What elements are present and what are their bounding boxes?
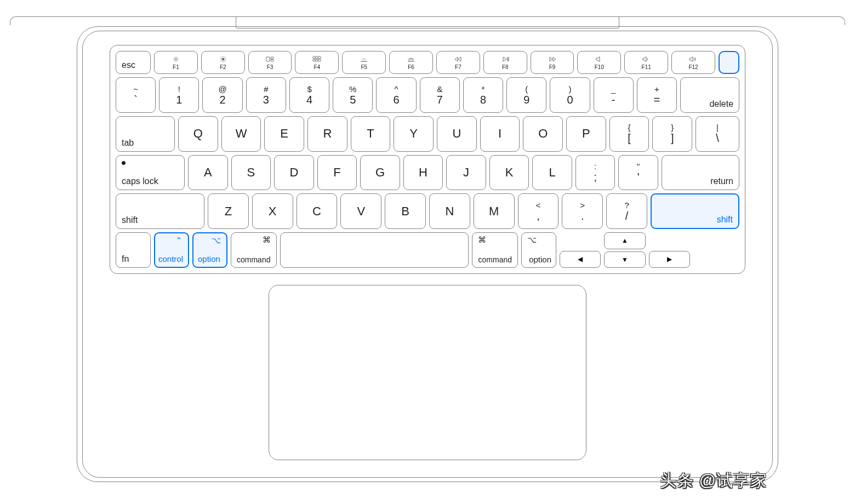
f9-key[interactable]: F9	[531, 51, 574, 74]
o-key[interactable]: O	[523, 116, 563, 152]
c-key[interactable]: C	[297, 193, 338, 229]
4-key[interactable]: $4	[289, 77, 329, 113]
f1-key[interactable]: F1	[154, 51, 198, 74]
9-key[interactable]: (9	[506, 77, 546, 113]
grave-key[interactable]: ~`	[116, 77, 156, 113]
f6-key[interactable]: F6	[389, 51, 433, 74]
command-icon: ⌘	[263, 235, 271, 245]
backslash-key[interactable]: |\	[696, 116, 739, 152]
quote-key[interactable]: "'	[618, 155, 658, 191]
esc-key[interactable]: esc	[116, 51, 151, 74]
option-icon: ⌥	[212, 236, 221, 245]
comma-key[interactable]: <,	[518, 193, 559, 229]
control-key[interactable]: ⌃control	[154, 232, 189, 268]
qwerty-row: tab Q W E R T Y U I O P {[ }] |\	[116, 116, 739, 152]
function-row: esc F1 F2 F3 F4 F5 F6 F7 F8 F9 F10 F11 F…	[116, 51, 739, 74]
capslock-key[interactable]: caps lock	[116, 155, 185, 191]
mission-control-icon	[266, 55, 275, 63]
f4-key[interactable]: F4	[295, 51, 339, 74]
t-key[interactable]: T	[351, 116, 391, 152]
6-key[interactable]: ^6	[376, 77, 416, 113]
a-key[interactable]: A	[188, 155, 228, 191]
home-row: caps lock A S D F G H J K L :; "' return	[116, 155, 739, 191]
delete-key[interactable]: delete	[680, 77, 739, 113]
m-key[interactable]: M	[474, 193, 515, 229]
right-option-key[interactable]: ⌥option	[521, 232, 556, 268]
touchid-key[interactable]	[719, 51, 739, 74]
w-key[interactable]: W	[221, 116, 261, 152]
number-row: ~` !1 @2 #3 $4 %5 ^6 &7 *8 (9 )0 _- += d…	[116, 77, 739, 113]
right-shift-key[interactable]: shift	[651, 193, 739, 229]
space-key[interactable]	[280, 232, 469, 268]
q-key[interactable]: Q	[178, 116, 218, 152]
forward-icon	[548, 55, 557, 63]
s-key[interactable]: S	[231, 155, 271, 191]
left-command-key[interactable]: ⌘command	[231, 232, 277, 268]
control-icon: ⌃	[175, 236, 183, 245]
left-shift-key[interactable]: shift	[116, 193, 204, 229]
down-arrow-key[interactable]: ▼	[604, 251, 645, 268]
play-pause-icon	[501, 55, 510, 63]
3-key[interactable]: #3	[246, 77, 286, 113]
8-key[interactable]: *8	[463, 77, 503, 113]
option-icon: ⌥	[527, 235, 537, 245]
watermark-text: 头条 @试享家	[660, 469, 767, 492]
command-icon: ⌘	[478, 235, 486, 245]
n-key[interactable]: N	[429, 193, 470, 229]
f-key[interactable]: F	[317, 155, 357, 191]
left-arrow-key[interactable]: ◀	[560, 251, 601, 268]
d-key[interactable]: D	[274, 155, 314, 191]
mute-icon	[595, 55, 603, 63]
left-option-key[interactable]: ⌥option	[192, 232, 227, 268]
trackpad[interactable]	[269, 285, 586, 460]
p-key[interactable]: P	[566, 116, 606, 152]
f10-key[interactable]: F10	[577, 51, 621, 74]
2-key[interactable]: @2	[202, 77, 242, 113]
i-key[interactable]: I	[480, 116, 520, 152]
keyboard-deck: esc F1 F2 F3 F4 F5 F6 F7 F8 F9 F10 F11 F…	[110, 45, 745, 274]
rewind-icon	[454, 55, 463, 63]
l-key[interactable]: L	[532, 155, 572, 191]
5-key[interactable]: %5	[333, 77, 373, 113]
k-key[interactable]: K	[489, 155, 529, 191]
tab-key[interactable]: tab	[116, 116, 175, 152]
bottom-row: fn ⌃control ⌥option ⌘command ⌘command ⌥o…	[116, 232, 739, 268]
volume-down-icon	[642, 55, 651, 63]
minus-key[interactable]: _-	[594, 77, 634, 113]
f5-key[interactable]: F5	[342, 51, 386, 74]
u-key[interactable]: U	[437, 116, 477, 152]
rbracket-key[interactable]: }]	[652, 116, 692, 152]
return-key[interactable]: return	[662, 155, 739, 191]
keyboard-bright-icon	[407, 55, 415, 63]
x-key[interactable]: X	[252, 193, 293, 229]
7-key[interactable]: &7	[420, 77, 460, 113]
j-key[interactable]: J	[446, 155, 486, 191]
f2-key[interactable]: F2	[201, 51, 245, 74]
y-key[interactable]: Y	[394, 116, 434, 152]
fn-key[interactable]: fn	[116, 232, 151, 268]
equals-key[interactable]: +=	[637, 77, 677, 113]
e-key[interactable]: E	[264, 116, 304, 152]
lbracket-key[interactable]: {[	[609, 116, 649, 152]
f3-key[interactable]: F3	[248, 51, 292, 74]
right-command-key[interactable]: ⌘command	[472, 232, 518, 268]
f11-key[interactable]: F11	[624, 51, 668, 74]
z-key[interactable]: Z	[208, 193, 249, 229]
0-key[interactable]: )0	[550, 77, 590, 113]
period-key[interactable]: >.	[562, 193, 603, 229]
f8-key[interactable]: F8	[483, 51, 527, 74]
up-arrow-key[interactable]: ▲	[604, 232, 645, 249]
r-key[interactable]: R	[307, 116, 347, 152]
1-key[interactable]: !1	[159, 77, 199, 113]
b-key[interactable]: B	[385, 193, 426, 229]
f7-key[interactable]: F7	[436, 51, 480, 74]
v-key[interactable]: V	[340, 193, 381, 229]
h-key[interactable]: H	[403, 155, 443, 191]
slash-key[interactable]: ?/	[606, 193, 647, 229]
semicolon-key[interactable]: :;	[575, 155, 615, 191]
g-key[interactable]: G	[360, 155, 400, 191]
f12-key[interactable]: F12	[671, 51, 715, 74]
brightness-up-icon	[219, 55, 227, 63]
brightness-down-icon	[172, 55, 180, 63]
right-arrow-key[interactable]: ▶	[649, 251, 690, 268]
